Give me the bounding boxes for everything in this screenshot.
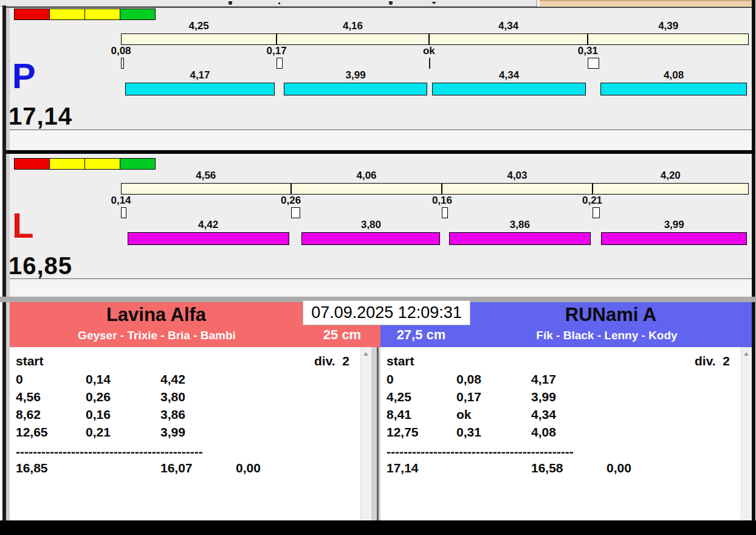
change-time-label: 0,31 <box>548 45 627 57</box>
split-time-label: 4,03 <box>478 170 557 182</box>
lane-letter: L <box>12 208 33 243</box>
toolbar-text-fragment <box>389 1 393 5</box>
split-cell: 0,16 <box>86 407 111 422</box>
total-cell: 17,14 <box>387 461 419 475</box>
team-dogs: Geyser - Trixie - Bria - Bambi <box>10 329 304 342</box>
split-time-bar <box>121 33 749 45</box>
split-row: 4,560,263,80 <box>10 390 371 404</box>
traffic-light-cell <box>49 158 85 170</box>
lane-total-time: 17,14 <box>9 103 72 130</box>
separator-row: ----------------------------------------… <box>387 444 574 459</box>
split-bar-divider <box>592 183 593 195</box>
traffic-light-cell <box>14 158 50 170</box>
scroll-up-icon[interactable] <box>744 352 749 356</box>
lane-section-p: 4,250,084,174,160,173,994,34ok4,344,390,… <box>0 8 756 150</box>
toolbar-text-fragment <box>229 1 232 5</box>
dog-time-bar <box>449 232 590 245</box>
split-cell: 8,62 <box>16 407 41 422</box>
toolbar-button[interactable] <box>500 0 537 7</box>
toolbar-button[interactable] <box>0 0 60 7</box>
split-row: 12,650,213,99 <box>10 425 371 440</box>
table-header-division: div. 2 <box>314 354 349 368</box>
totals-row: 16,8516,070,00 <box>10 461 371 475</box>
split-cell: 0 <box>16 372 23 387</box>
jump-height: 25 cm <box>304 327 380 343</box>
scrollbar[interactable] <box>741 347 752 520</box>
scroll-up-icon[interactable] <box>363 352 368 356</box>
split-cell: 3,80 <box>160 390 185 404</box>
split-time-label: 4,06 <box>327 170 406 182</box>
result-table-right[interactable]: start div. 2 00,084,174,250,173,998,41ok… <box>380 347 752 520</box>
split-time-label: 4,39 <box>629 20 708 32</box>
scrollbar[interactable] <box>360 347 371 520</box>
split-row: 8,41ok4,34 <box>380 407 752 422</box>
table-gap <box>371 347 380 520</box>
change-time-label: 0,21 <box>553 195 632 207</box>
split-cell: 4,17 <box>531 372 556 387</box>
active-tab-peach[interactable] <box>540 0 752 7</box>
dog-time-label: 3,99 <box>316 69 395 81</box>
dog-time-label: 3,99 <box>634 219 713 231</box>
total-cell: 16,85 <box>16 461 48 475</box>
split-time-label: 4,34 <box>469 20 548 32</box>
dog-time-bar <box>601 232 747 245</box>
split-cell: 0,21 <box>86 425 111 440</box>
dog-time-label: 4,08 <box>634 69 713 81</box>
split-cell: 12,65 <box>16 425 48 440</box>
toolbar-button[interactable] <box>60 0 106 7</box>
toolbar-button[interactable] <box>442 0 500 7</box>
toolbar-button[interactable] <box>297 0 377 7</box>
table-header-start: start <box>16 354 44 368</box>
split-cell: 4,56 <box>16 390 41 404</box>
lane-divider-bar <box>6 150 755 154</box>
table-header-start: start <box>387 354 414 368</box>
split-cell: ok <box>456 407 472 422</box>
separator-row: ----------------------------------------… <box>16 444 203 459</box>
split-time-label: 4,25 <box>159 20 238 32</box>
dog-time-bar <box>432 83 586 95</box>
team-dogs: Fík - Black - Lenny - Kody <box>462 329 752 342</box>
table-gap-divider <box>377 347 379 520</box>
split-cell: 0,14 <box>86 372 111 387</box>
change-time-box[interactable] <box>442 207 448 218</box>
dog-time-bar <box>284 83 427 95</box>
split-bar-divider <box>428 33 430 45</box>
change-time-box[interactable] <box>121 58 124 69</box>
team-name: Lavina Alfa <box>10 304 303 326</box>
jump-height: 27,5 cm <box>380 327 462 343</box>
change-time-label: 0,16 <box>402 195 481 207</box>
split-bar-divider <box>441 183 442 195</box>
toolbar-button[interactable] <box>105 0 262 7</box>
traffic-light-cell <box>84 158 120 170</box>
lane-total-time: 16,85 <box>9 252 72 280</box>
total-cell: 16,07 <box>160 461 193 475</box>
change-time-label: 0,17 <box>237 45 316 57</box>
split-cell: 3,99 <box>531 390 556 404</box>
toolbar-button[interactable] <box>406 0 442 7</box>
change-time-box[interactable] <box>277 58 283 69</box>
result-table-left[interactable]: start div. 2 00,144,424,560,263,808,620,… <box>10 347 371 520</box>
change-time-box[interactable] <box>593 207 600 218</box>
split-bar-divider <box>290 183 292 195</box>
split-cell: 0,26 <box>86 390 111 404</box>
total-cell: 0,00 <box>236 461 261 475</box>
dog-time-bar <box>301 232 440 245</box>
change-time-box[interactable] <box>291 207 301 218</box>
traffic-light-cell <box>14 9 50 20</box>
split-cell: 0,31 <box>456 425 481 440</box>
dog-time-bar <box>128 232 289 245</box>
change-time-box[interactable] <box>121 207 126 218</box>
split-cell: 3,86 <box>160 407 185 422</box>
split-cell: 0,08 <box>456 372 481 387</box>
lane-letter: P <box>12 58 36 94</box>
split-time-bar <box>121 183 749 195</box>
table-header-division: div. 2 <box>695 354 730 368</box>
split-cell: 8,41 <box>387 407 411 422</box>
lane-p-status-strip <box>10 130 752 150</box>
total-cell: 16,58 <box>531 461 563 475</box>
split-bar-divider <box>587 33 588 45</box>
bottom-black-bar <box>0 520 756 535</box>
change-time-box[interactable] <box>588 58 599 69</box>
traffic-light-indicator <box>15 158 156 170</box>
totals-row: 17,1416,580,00 <box>380 461 752 475</box>
